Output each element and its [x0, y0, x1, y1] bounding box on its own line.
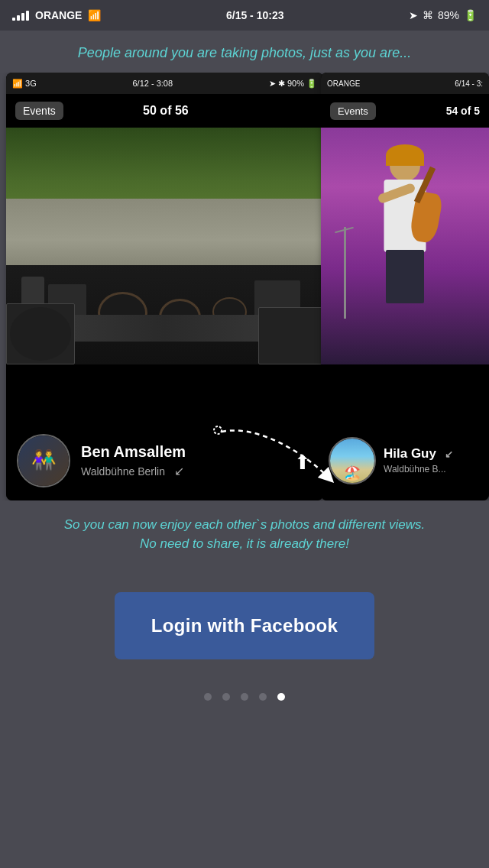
dot-2[interactable] [222, 693, 230, 701]
description-text: So you can now enjoy each other`s photos… [0, 500, 489, 561]
dot-3[interactable] [241, 693, 248, 701]
phone-left-datetime: 6/12 - 3:08 [132, 79, 173, 88]
tagline-text: People around you are taking photos, jus… [0, 31, 489, 73]
login-section: Login with Facebook [0, 562, 489, 675]
battery-icon: 🔋 [464, 9, 477, 21]
phone-left-concert-image [6, 128, 323, 364]
bluetooth-icon: ⌘ [423, 9, 433, 21]
dot-5-active[interactable] [277, 693, 285, 701]
svg-point-1 [214, 426, 222, 434]
facebook-login-label: Login with Facebook [151, 615, 338, 636]
phone-left-events-btn[interactable]: Events [15, 102, 63, 120]
arrow-decoration [199, 409, 351, 500]
phone-right-status: ORANGE 6/14 - 3: [321, 73, 489, 94]
status-left: ORANGE 📶 [12, 9, 101, 21]
phone-right-user-details: Hila Guy ↙ Waldbühne B... [384, 446, 481, 474]
status-right: ➤ ⌘ 89% 🔋 [409, 9, 477, 21]
signal-bars [12, 10, 29, 21]
phones-container: 📶 3G 6/12 - 3:08 ➤ ✱ 90% 🔋 Events 50 of … [0, 73, 489, 500]
datetime-label: 6/15 - 10:23 [226, 9, 284, 21]
phone-left-avatar: 👫 [17, 434, 70, 487]
phone-right-concert-image [321, 128, 489, 364]
status-bar: ORANGE 📶 6/15 - 10:23 ➤ ⌘ 89% 🔋 [0, 0, 489, 31]
phone-right-location: Waldbühne B... [384, 464, 481, 474]
phone-left-signal: 📶 3G [12, 79, 37, 89]
carrier-label: ORANGE [35, 9, 82, 21]
phone-right-datetime: 6/14 - 3: [455, 79, 483, 88]
phone-left-topbar: Events 50 of 56 [6, 94, 323, 128]
page-dots [0, 675, 489, 724]
phone-left-battery: ➤ ✱ 90% 🔋 [269, 79, 317, 89]
location-icon: ➤ [409, 9, 418, 21]
phone-right-counter: 54 of 5 [446, 105, 480, 117]
dot-4[interactable] [259, 693, 267, 701]
facebook-login-button[interactable]: Login with Facebook [115, 592, 374, 659]
phone-right-carrier: ORANGE [327, 79, 360, 88]
phone-left-status: 📶 3G 6/12 - 3:08 ➤ ✱ 90% 🔋 [6, 73, 323, 94]
wifi-icon: 📶 [88, 9, 101, 21]
phone-right-events-btn[interactable]: Events [330, 102, 376, 120]
phone-right-topbar: Events 54 of 5 [321, 94, 489, 128]
phone-left-counter: 50 of 56 [143, 104, 189, 118]
phone-right-username: Hila Guy ↙ [384, 446, 481, 462]
battery-label: 89% [438, 9, 459, 21]
dot-1[interactable] [204, 693, 212, 701]
